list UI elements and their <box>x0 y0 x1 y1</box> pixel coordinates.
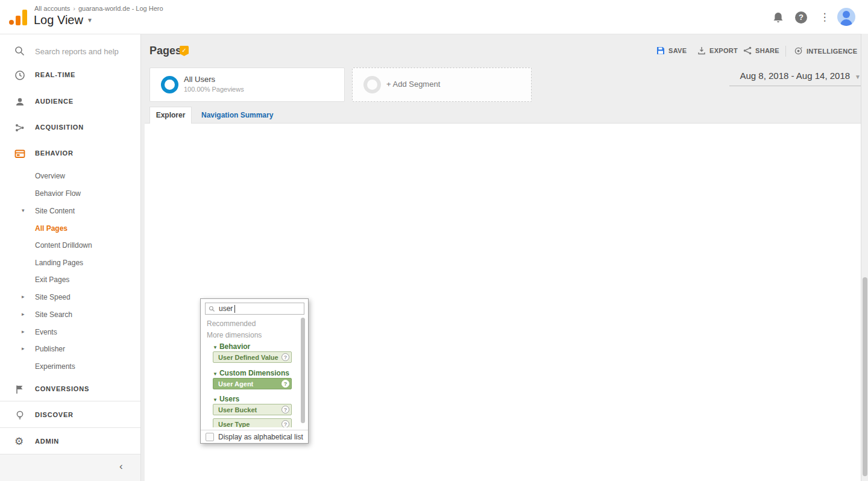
save-button[interactable]: SAVE <box>656 46 687 55</box>
chevron-right-icon: ▸ <box>22 311 25 317</box>
dropdown-scrollbar[interactable] <box>301 318 305 423</box>
chevron-down-icon: ▾ <box>22 207 25 213</box>
share-button[interactable]: SHARE <box>743 46 779 55</box>
chevron-right-icon: ▸ <box>22 345 25 351</box>
more-menu-icon[interactable]: ⋮ <box>819 11 831 24</box>
save-icon <box>656 46 665 55</box>
text-cursor <box>234 305 235 313</box>
breadcrumb-separator-icon: › <box>73 5 75 12</box>
help-icon[interactable]: ? <box>281 353 289 361</box>
intelligence-button[interactable]: INTELLIGENCE <box>794 46 857 55</box>
divider <box>0 427 140 428</box>
dropdown-footer: Display as alphabetical list <box>206 433 303 441</box>
sidebar-item-experiments[interactable]: Experiments <box>35 362 75 371</box>
scrollbar-thumb[interactable] <box>863 277 867 476</box>
divider <box>785 46 786 57</box>
breadcrumb-property[interactable]: guarana-world.de - Log Hero <box>78 5 163 12</box>
ga-application: All accounts›guarana-world.de - Log Hero… <box>0 0 868 481</box>
alphabetical-list-checkbox[interactable] <box>206 433 214 441</box>
share-icon <box>743 46 752 55</box>
clock-icon <box>14 70 25 81</box>
analytics-logo-icon[interactable] <box>9 8 27 25</box>
sidebar-item-landing-pages[interactable]: Landing Pages <box>35 259 83 267</box>
sidebar-item-events[interactable]: ▸Events <box>35 328 57 336</box>
sidebar: Search reports and help REAL-TIME AUDIEN… <box>0 34 141 481</box>
sidebar-search-input[interactable]: Search reports and help <box>35 47 119 56</box>
chevron-right-icon: ▸ <box>22 329 25 335</box>
sidebar-item-content-drilldown[interactable]: Content Drilldown <box>35 241 92 250</box>
flag-icon <box>14 384 25 395</box>
divider <box>0 401 140 401</box>
sidebar-item-overview[interactable]: Overview <box>35 172 65 180</box>
list-header-recommended: Recommended <box>207 319 256 328</box>
sidebar-item-site-content[interactable]: ▾Site Content <box>35 207 75 215</box>
intelligence-icon <box>794 46 803 55</box>
dimension-chip-user-defined-value[interactable]: User Defined Value? <box>213 351 292 363</box>
dimension-chip-user-type[interactable]: User Type? <box>213 418 292 427</box>
dimension-group-users[interactable]: ▼Users <box>213 395 239 403</box>
chevron-down-icon: ▼ <box>213 371 218 377</box>
sidebar-item-site-speed[interactable]: ▸Site Speed <box>35 293 71 301</box>
divider <box>201 430 308 430</box>
dimension-search-input[interactable]: user <box>205 303 304 315</box>
dimension-group-custom-dimensions[interactable]: ▼Custom Dimensions <box>213 369 289 377</box>
sidebar-item-discover[interactable]: DISCOVER <box>0 411 140 423</box>
gear-icon: ⚙ <box>14 436 24 447</box>
dimension-group-behavior[interactable]: ▼Behavior <box>213 342 250 351</box>
search-icon <box>14 46 25 56</box>
chevron-down-icon: ▼ <box>213 345 218 350</box>
segment-ring-icon <box>363 76 381 93</box>
help-icon[interactable]: ? <box>795 11 807 24</box>
export-button[interactable]: EXPORT <box>697 46 738 55</box>
lightbulb-icon <box>14 410 25 421</box>
acquisition-icon <box>14 122 25 133</box>
sidebar-item-site-search[interactable]: ▸Site Search <box>35 310 72 319</box>
chevron-down-icon: ▼ <box>855 74 861 80</box>
help-icon[interactable]: ? <box>281 406 289 413</box>
view-selector[interactable]: Log View▼ <box>34 13 93 27</box>
help-icon[interactable]: ? <box>281 420 289 427</box>
sidebar-item-conversions[interactable]: CONVERSIONS <box>0 385 140 397</box>
segment-ring-icon <box>161 76 178 93</box>
window-scrollbar[interactable] <box>861 34 868 481</box>
add-segment-button[interactable]: + Add Segment <box>352 68 532 102</box>
behavior-icon <box>14 148 25 159</box>
tab-explorer[interactable]: Explorer <box>149 107 192 124</box>
top-bar: All accounts›guarana-world.de - Log Hero… <box>0 0 868 34</box>
sidebar-item-realtime[interactable]: REAL-TIME <box>0 71 140 83</box>
view-title: Log View <box>34 13 83 27</box>
sidebar-item-all-pages[interactable]: All Pages <box>35 224 68 233</box>
sidebar-item-publisher[interactable]: ▸Publisher <box>35 345 65 353</box>
dimension-chip-user-agent[interactable]: User Agent? <box>213 378 292 389</box>
download-icon <box>697 46 706 55</box>
notifications-bell-icon[interactable] <box>772 11 784 24</box>
user-avatar[interactable] <box>837 8 855 26</box>
chevron-right-icon: ▸ <box>22 294 25 300</box>
person-icon <box>14 96 25 107</box>
help-icon[interactable]: ? <box>281 380 289 388</box>
list-header-more-dimensions: More dimensions <box>207 331 262 339</box>
chevron-down-icon: ▼ <box>213 397 218 403</box>
chevron-down-icon: ▼ <box>87 17 93 24</box>
search-icon <box>209 306 215 312</box>
date-range-picker[interactable]: Aug 8, 2018 - Aug 14, 2018▼ <box>729 71 861 86</box>
dimension-list: Recommended More dimensions ▼Behavior Us… <box>201 316 299 427</box>
dimension-chip-user-bucket[interactable]: User Bucket? <box>213 404 292 415</box>
tab-navigation-summary[interactable]: Navigation Summary <box>201 111 273 119</box>
sidebar-item-admin[interactable]: ⚙ ADMIN <box>0 438 140 450</box>
sidebar-item-exit-pages[interactable]: Exit Pages <box>35 275 69 284</box>
sidebar-item-acquisition[interactable]: ACQUISITION <box>0 124 140 136</box>
secondary-dimension-dropdown: user Recommended More dimensions ▼Behavi… <box>200 298 309 444</box>
page-title: Pages <box>149 45 181 57</box>
breadcrumb-all-accounts[interactable]: All accounts <box>34 5 70 12</box>
sidebar-item-behavior[interactable]: BEHAVIOR <box>0 149 140 162</box>
segment-all-users[interactable]: All Users 100.00% Pageviews <box>149 68 345 102</box>
breadcrumb: All accounts›guarana-world.de - Log Hero <box>34 5 163 12</box>
collapse-sidebar-icon[interactable]: ‹ <box>119 461 123 473</box>
sidebar-item-audience[interactable]: AUDIENCE <box>0 98 140 110</box>
sidebar-item-behavior-flow[interactable]: Behavior Flow <box>35 189 81 198</box>
